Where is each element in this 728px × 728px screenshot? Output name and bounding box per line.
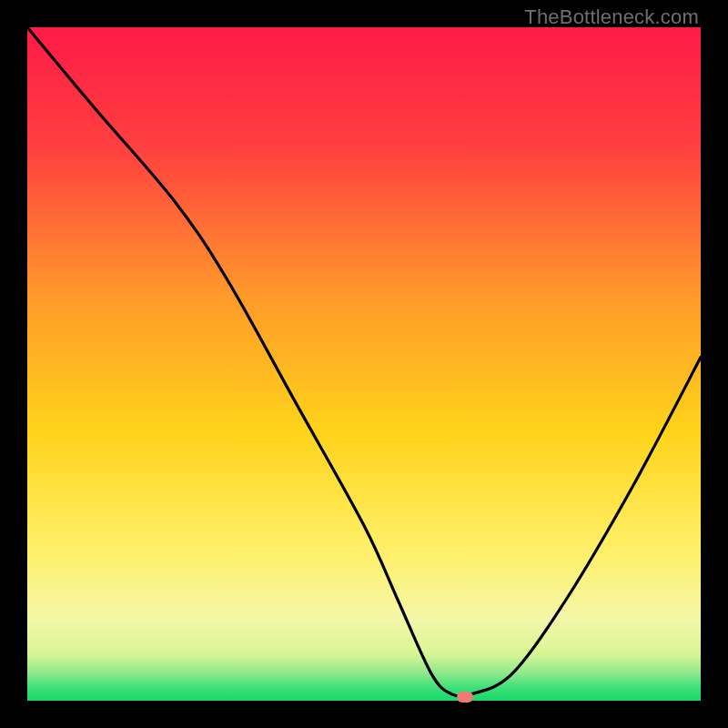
watermark-text: TheBottleneck.com [524, 5, 699, 29]
chart-frame: TheBottleneck.com [0, 0, 728, 728]
curve-layer [27, 27, 701, 701]
bottleneck-curve [27, 27, 701, 696]
optimal-marker [457, 692, 473, 703]
plot-area [27, 27, 701, 701]
